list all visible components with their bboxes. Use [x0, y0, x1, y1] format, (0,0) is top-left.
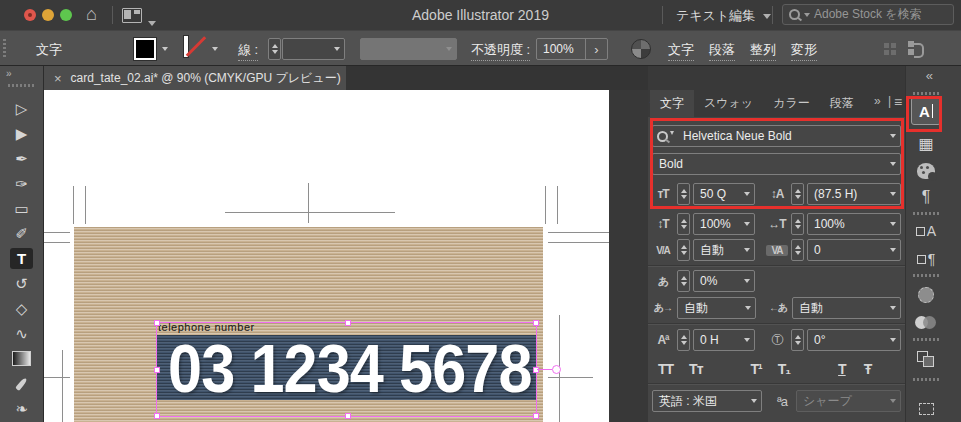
paintbrush-tool[interactable]: ✐ [0, 221, 43, 246]
horizontal-scale-select[interactable]: 100% [807, 213, 901, 235]
font-search-icon[interactable] [653, 131, 677, 142]
stroke-weight-stepper[interactable] [268, 38, 281, 60]
tsume-select[interactable]: 0% [693, 270, 755, 292]
aki-right-select[interactable]: 自動 [792, 297, 901, 319]
rectangle-tool[interactable]: ▭ [0, 196, 43, 221]
transform-panel-link[interactable]: 変形 [791, 41, 817, 61]
dock-grip[interactable] [913, 274, 939, 277]
text-outport-icon[interactable] [552, 365, 561, 374]
superscript-button[interactable]: T¹ [751, 361, 762, 377]
dock-grip[interactable] [913, 92, 939, 95]
panel-menu-icon[interactable]: ≡ [894, 94, 902, 110]
character-panel-icon[interactable]: A [906, 98, 946, 124]
leading-stepper[interactable] [791, 183, 804, 205]
curvature-tool[interactable]: ✑ [0, 171, 43, 196]
selection-handle[interactable] [154, 367, 160, 373]
opacity-more-button[interactable]: › [585, 38, 607, 60]
leading-select[interactable]: (87.5 H) [807, 183, 901, 205]
artboard-canvas[interactable]: telephone number 03 1234 5678 [44, 90, 609, 422]
selection-handle[interactable] [533, 413, 539, 419]
toolbar-grip[interactable] [8, 84, 36, 87]
tracking-select[interactable]: 0 [807, 239, 901, 261]
selection-handle[interactable] [533, 367, 539, 373]
tab-paragraph[interactable]: 段落 [820, 90, 864, 117]
dock-grip[interactable] [913, 378, 939, 381]
transparency-panel-icon[interactable] [906, 310, 946, 336]
tab-color[interactable]: カラー [763, 90, 820, 117]
chevron-down-icon[interactable] [740, 338, 754, 342]
color-panel-icon[interactable] [906, 158, 946, 184]
opacity-field[interactable]: 100% › [536, 38, 608, 60]
stroke-color-dropdown[interactable] [208, 38, 222, 60]
control-bar-grip[interactable] [3, 39, 6, 59]
character-styles-panel-icon[interactable]: A [906, 218, 946, 244]
pathfinder-panel-icon[interactable] [906, 346, 946, 372]
close-tab-icon[interactable]: × [54, 71, 62, 86]
chevron-down-icon[interactable] [740, 279, 754, 283]
chevron-down-icon[interactable] [886, 192, 900, 196]
swatches-panel-icon[interactable]: ▦ [906, 130, 946, 156]
font-family-select[interactable]: Helvetica Neue Bold [652, 125, 901, 147]
dock-layout-icon[interactable] [908, 41, 924, 57]
chevron-down-icon[interactable] [886, 338, 900, 342]
selection-bounding-box[interactable] [156, 322, 537, 417]
eyedropper-tool[interactable] [0, 371, 43, 396]
chevron-down-icon[interactable] [886, 306, 900, 310]
chevron-down-icon[interactable] [747, 399, 761, 403]
paragraph-styles-panel-icon[interactable]: ¶ [906, 246, 946, 272]
chevron-down-icon[interactable] [886, 222, 900, 226]
vertical-scale-stepper[interactable] [677, 213, 690, 235]
character-panel-link[interactable]: 文字 [668, 41, 694, 61]
chevron-down-icon[interactable] [740, 192, 754, 196]
workspace-switcher[interactable]: テキスト編集 [676, 7, 771, 25]
horizontal-scale-stepper[interactable] [791, 213, 804, 235]
font-size-select[interactable]: 50 Q [693, 183, 755, 205]
adobe-stock-search-input[interactable]: Adobe Stock を検索 [782, 4, 954, 25]
fill-color-dropdown[interactable] [158, 38, 172, 60]
subscript-button[interactable]: T₁ [778, 361, 790, 377]
baseline-shift-stepper[interactable] [677, 329, 690, 351]
dock-grip[interactable] [913, 212, 939, 215]
vertical-scale-select[interactable]: 100% [693, 213, 755, 235]
chevron-down-icon[interactable] [330, 47, 344, 51]
character-rotation-stepper[interactable] [791, 329, 804, 351]
align-panel-link[interactable]: 整列 [750, 41, 776, 61]
selection-handle[interactable] [345, 413, 351, 419]
symbol-sprayer-tool[interactable]: ❧ [0, 396, 43, 421]
fill-color-well[interactable] [134, 38, 156, 60]
aki-left-select[interactable]: 自動 [677, 297, 756, 319]
gradient-tool[interactable] [0, 346, 43, 371]
baseline-shift-select[interactable]: 0 H [693, 329, 755, 351]
dock-grip[interactable] [913, 338, 939, 341]
document-tab[interactable]: × card_tate_02.ai* @ 90% (CMYK/GPU プレビュー… [44, 66, 346, 90]
tab-overflow-icon[interactable]: » [874, 94, 881, 108]
kerning-select[interactable]: 自動 [693, 239, 755, 261]
pen-tool[interactable]: ✒ [0, 146, 43, 171]
stroke-weight-field[interactable] [282, 38, 345, 60]
tab-swatches[interactable]: スウォッ [694, 90, 763, 117]
tsume-stepper[interactable] [677, 270, 690, 292]
paragraph-panel-link[interactable]: 段落 [709, 41, 735, 61]
underline-button[interactable]: T [838, 361, 846, 377]
type-tool[interactable]: T [0, 246, 43, 271]
chevron-down-icon[interactable] [740, 248, 754, 252]
font-size-stepper[interactable] [677, 183, 690, 205]
dashed-circle-panel-icon[interactable] [906, 282, 946, 308]
character-rotation-select[interactable]: 0° [807, 329, 901, 351]
selection-handle[interactable] [345, 320, 351, 326]
opacity-label[interactable]: 不透明度 : [471, 41, 530, 61]
direct-selection-tool[interactable]: ▶ [0, 121, 43, 146]
paragraph-panel-icon[interactable]: ¶ [906, 184, 946, 210]
strikethrough-button[interactable]: Ŧ [864, 361, 872, 377]
toolbar-expand-icon[interactable]: » [6, 68, 11, 79]
selection-tool[interactable]: ▷ [0, 96, 43, 121]
chevron-down-icon[interactable] [886, 134, 900, 138]
chevron-down-icon[interactable] [740, 222, 754, 226]
stroke-weight-label[interactable]: 線 : [238, 41, 258, 61]
tracking-stepper[interactable] [791, 239, 804, 261]
language-select[interactable]: 英語 : 米国 [652, 390, 762, 412]
chevron-down-icon[interactable] [741, 306, 755, 310]
collapse-dock-icon[interactable]: « [926, 68, 933, 83]
selection-handle[interactable] [154, 413, 160, 419]
shaper-tool[interactable]: ∿ [0, 321, 43, 346]
